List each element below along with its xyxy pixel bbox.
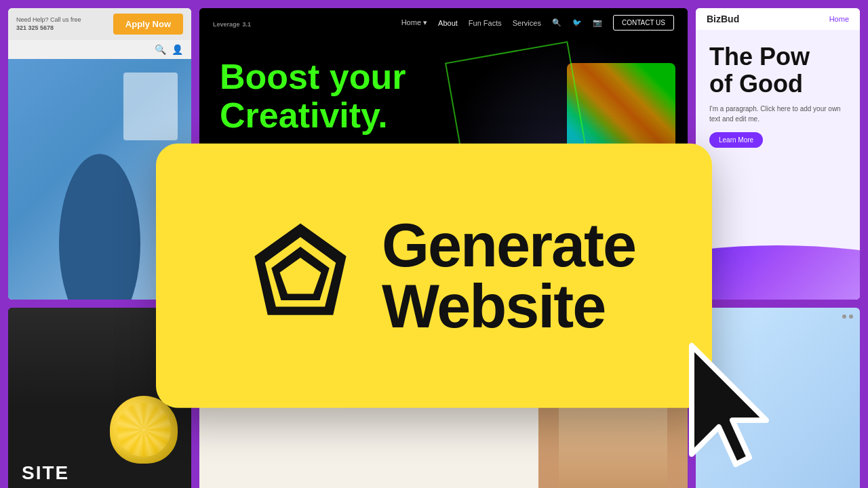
nav-dot-2 xyxy=(849,314,853,319)
nav-funfacts[interactable]: Fun Facts xyxy=(469,19,502,27)
nav-dots xyxy=(842,314,853,319)
bizbud-logo: BizBud xyxy=(707,14,739,24)
apply-now-button[interactable]: Apply Now xyxy=(113,14,183,35)
bizbud-nav-home[interactable]: Home xyxy=(829,15,849,23)
bizbud-learn-button[interactable]: Learn More xyxy=(709,132,763,148)
cursor-arrow-icon xyxy=(678,339,787,474)
user-icon[interactable]: 👤 xyxy=(172,44,183,55)
leverage-nav-links: Home ▾ About Fun Facts Services 🔍 🐦 📷 CO… xyxy=(401,15,674,30)
site-label-text: SITE xyxy=(22,462,69,484)
svg-marker-0 xyxy=(692,346,766,464)
nav-about[interactable]: About xyxy=(438,19,458,27)
bizbud-hero-title: The Pow of Good xyxy=(709,43,846,97)
leverage-nav: Leverage 3.1 Home ▾ About Fun Facts Serv… xyxy=(199,8,688,37)
site-header: Need Help? Call us free 321 325 5678 App… xyxy=(8,8,191,40)
generatepress-logo xyxy=(233,208,368,344)
gem-logo-svg xyxy=(236,211,365,340)
nav-services[interactable]: Services xyxy=(513,19,541,27)
instagram-nav-icon[interactable]: 📷 xyxy=(593,18,602,27)
preview-bizbud: BizBud Home The Pow of Good I'm a paragr… xyxy=(696,8,860,300)
site-icons-bar: 🔍 👤 xyxy=(8,40,191,59)
search-icon[interactable]: 🔍 xyxy=(155,44,166,55)
leverage-hero-title: Boost your Creativity. xyxy=(220,58,667,135)
site-tagline-block: Need Help? Call us free 321 325 5678 xyxy=(16,16,81,32)
bizbud-nav: BizBud Home xyxy=(696,8,860,30)
lemon-fruit xyxy=(110,396,178,464)
bizbud-hero: The Pow of Good I'm a paragraph. Click h… xyxy=(696,30,860,161)
overlay-main-text: Generate Website xyxy=(382,215,635,337)
nav-home[interactable]: Home ▾ xyxy=(401,18,427,27)
generate-website-overlay: Generate Website xyxy=(156,144,712,408)
leverage-logo: Leverage 3.1 xyxy=(213,18,251,28)
person-silhouette xyxy=(59,154,140,300)
contact-button[interactable]: CONTACT US xyxy=(613,15,674,30)
twitter-nav-icon[interactable]: 🐦 xyxy=(572,18,582,27)
nav-dot-1 xyxy=(842,314,846,319)
bizbud-hero-wave xyxy=(696,245,860,300)
bizbud-hero-para: I'm a paragraph. Click here to add your … xyxy=(709,104,846,124)
search-nav-icon[interactable]: 🔍 xyxy=(552,18,561,27)
site-tagline: Need Help? Call us free 321 325 5678 xyxy=(16,16,81,32)
